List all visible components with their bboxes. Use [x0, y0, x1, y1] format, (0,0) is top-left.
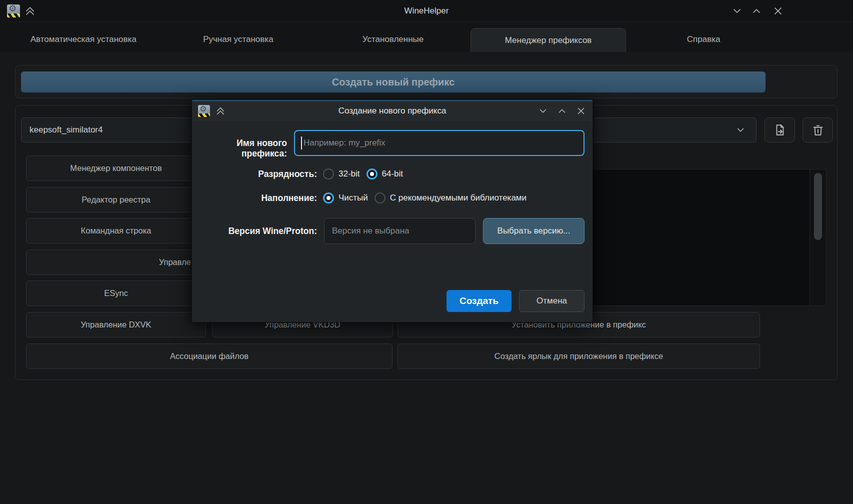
dxvk-button[interactable]: Управление DXVK: [26, 312, 206, 338]
scrollbar-thumb[interactable]: [814, 173, 822, 240]
wine-version-label: Версия Wine/Proton:: [202, 226, 317, 236]
dialog-title: Создание нового префикса: [192, 101, 592, 121]
dialog-create-button[interactable]: Создать: [446, 290, 512, 312]
prefix-name-input[interactable]: [294, 130, 584, 156]
dialog-controls: [538, 101, 586, 121]
tab-prefix-manager[interactable]: Менеджер префиксов: [470, 28, 626, 52]
winehelper-window: ⚙ WineHelper Автоматическая установка Ру…: [0, 0, 853, 504]
dialog-minimize-icon[interactable]: [538, 106, 548, 116]
registry-editor-button[interactable]: Редактор реестра: [26, 187, 206, 212]
radio-32bit[interactable]: [323, 168, 334, 180]
create-prefix-dialog: ⚙ Создание нового префикса Имя нового пр…: [192, 100, 593, 322]
radio-64bit-label[interactable]: 64-bit: [382, 169, 404, 179]
dialog-maximize-icon[interactable]: [556, 106, 568, 116]
esync-button[interactable]: ESync: [26, 280, 206, 306]
file-associations-button[interactable]: Ассоциации файлов: [26, 344, 392, 369]
radio-clean[interactable]: [323, 192, 334, 204]
tab-bar: Автоматическая установка Ручная установк…: [6, 28, 781, 52]
fill-label: Наполнение:: [202, 193, 317, 204]
scrollbar-track[interactable]: [810, 170, 826, 306]
trash-icon: [812, 124, 824, 136]
prefix-name-field-wrap: [294, 130, 584, 156]
maximize-icon[interactable]: [750, 5, 764, 17]
dialog-close-icon[interactable]: [576, 106, 586, 116]
tab-help[interactable]: Справка: [626, 28, 781, 50]
radio-recommended-libs-label[interactable]: С рекомендуемыми библиотеками: [390, 193, 526, 203]
command-line-button[interactable]: Командная строка: [26, 218, 206, 244]
titlebar: ⚙ WineHelper: [0, 0, 853, 22]
window-title: WineHelper: [0, 0, 853, 22]
create-new-prefix-button[interactable]: Создать новый префикс: [21, 72, 766, 92]
create-shortcut-button[interactable]: Создать ярлык для приложения в префиксе: [398, 344, 760, 369]
wine-version-input[interactable]: [324, 218, 476, 244]
document-export-button[interactable]: [764, 118, 795, 142]
tab-manual-install[interactable]: Ручная установка: [161, 28, 316, 50]
radio-32bit-label[interactable]: 32-bit: [338, 169, 360, 179]
select-version-button[interactable]: Выбрать версию...: [483, 218, 584, 244]
radio-clean-label[interactable]: Чистый: [338, 193, 368, 203]
window-top-chrome: ⚙ WineHelper Автоматическая установка Ру…: [0, 0, 853, 52]
document-export-icon: [774, 124, 786, 136]
radio-recommended-libs[interactable]: [374, 192, 386, 204]
close-icon[interactable]: [771, 5, 785, 17]
arch-radio-group: 32-bit 64-bit: [323, 166, 403, 182]
text-caret: [301, 136, 302, 150]
dialog-cancel-button[interactable]: Отмена: [519, 290, 584, 312]
prefix-name-label: Имя нового префикса:: [202, 138, 287, 159]
minimize-icon[interactable]: [730, 5, 744, 17]
radio-64bit[interactable]: [366, 168, 378, 180]
components-manager-button[interactable]: Менеджер компонентов: [26, 156, 206, 181]
tab-installed[interactable]: Установленные: [316, 28, 470, 50]
dialog-titlebar: ⚙ Создание нового префикса: [192, 101, 592, 121]
chevron-down-icon: [735, 124, 746, 136]
delete-prefix-button[interactable]: [802, 118, 833, 142]
fill-radio-group: Чистый С рекомендуемыми библиотеками: [323, 190, 526, 206]
arch-label: Разрядность:: [202, 169, 317, 180]
tab-auto-install[interactable]: Автоматическая установка: [6, 28, 161, 50]
